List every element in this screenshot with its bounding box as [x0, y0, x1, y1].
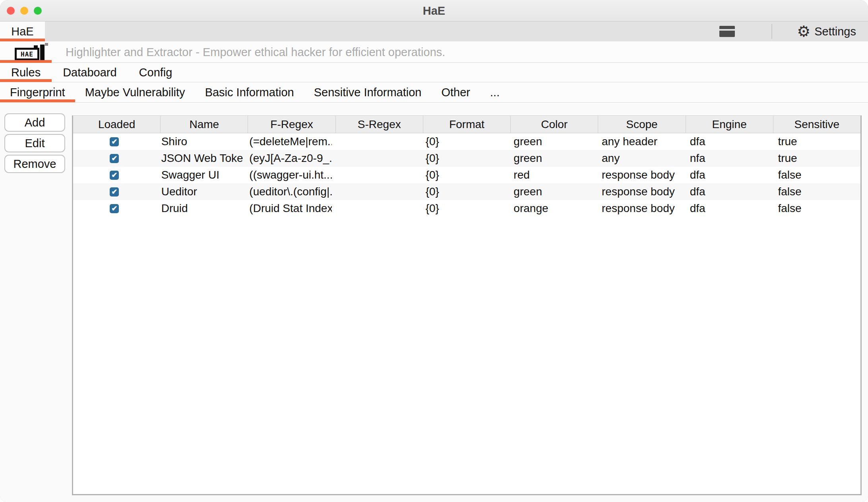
tab-databoard[interactable]: Databoard: [52, 63, 128, 82]
content-area: Add Edit Remove LoadedNameF-RegexS-Regex…: [0, 103, 868, 502]
column-header-name[interactable]: Name: [161, 116, 248, 133]
loaded-checkbox[interactable]: ✔: [110, 154, 119, 163]
cell-f_regex: (eyJ[A-Za-z0-9_...: [244, 150, 332, 167]
cell-color: green: [508, 183, 596, 200]
remove-button[interactable]: Remove: [4, 155, 65, 173]
cell-scope: any: [596, 150, 684, 167]
cell-name: Ueditor: [156, 183, 244, 200]
app-subtitle: Highlighter and Extractor - Empower ethi…: [66, 41, 445, 63]
tab-config-label: Config: [139, 66, 172, 79]
tab-hae-label: HaE: [11, 25, 33, 38]
tab-hae[interactable]: HaE: [0, 21, 45, 41]
cell-sensitive: false: [772, 200, 860, 217]
column-header-color[interactable]: Color: [511, 116, 598, 133]
cell-sensitive: false: [772, 167, 860, 183]
table-body: ✔Shiro(=deleteMe|rem...{0}greenany heade…: [73, 133, 860, 217]
toolbar-divider: [771, 24, 772, 39]
cell-s_regex: [332, 200, 420, 217]
loaded-checkbox[interactable]: ✔: [110, 204, 119, 213]
tab-maybe-vulnerability-label: Maybe Vulnerability: [85, 86, 185, 99]
cell-s_regex: [332, 167, 420, 183]
hae-logo-icon: HAE: [15, 45, 48, 60]
table-header-row: LoadedNameF-RegexS-RegexFormatColorScope…: [73, 116, 860, 133]
column-header-s-regex[interactable]: S-Regex: [336, 116, 423, 133]
table-row[interactable]: ✔Druid(Druid Stat Index){0}orangerespons…: [73, 200, 860, 217]
screenshot-stage: HaE HaE ⚙ Settings: [0, 0, 868, 502]
logo-pixel-2: [45, 43, 48, 46]
cell-loaded: ✔: [73, 150, 156, 167]
tab-basic-information[interactable]: Basic Information: [195, 82, 304, 102]
column-header-f-regex[interactable]: F-Regex: [248, 116, 335, 133]
tab-other[interactable]: Other: [431, 82, 480, 102]
cell-scope: response body: [596, 200, 684, 217]
logo-pen-bar: [40, 45, 45, 60]
loaded-checkbox[interactable]: ✔: [110, 187, 119, 197]
tab-more[interactable]: ...: [480, 82, 510, 102]
cell-f_regex: (ueditor\.(config|...: [244, 183, 332, 200]
cell-loaded: ✔: [73, 133, 156, 150]
banner-row: HAE Highlighter and Extractor - Empower …: [0, 41, 868, 63]
cell-sensitive: true: [772, 133, 860, 150]
layout-banner-icon[interactable]: [719, 26, 735, 37]
table-row[interactable]: ✔Shiro(=deleteMe|rem...{0}greenany heade…: [73, 133, 860, 150]
tab-rules[interactable]: Rules: [0, 63, 52, 82]
tab-other-label: Other: [441, 86, 470, 99]
cell-f_regex: ((swagger-ui.ht...: [244, 167, 332, 183]
column-header-sensitive[interactable]: Sensitive: [773, 116, 860, 133]
banner-icon-bottom-bar: [719, 31, 735, 37]
cell-format: {0}: [420, 167, 508, 183]
cell-color: orange: [508, 200, 596, 217]
column-header-scope[interactable]: Scope: [598, 116, 686, 133]
tab-rules-selected-indicator: [0, 79, 52, 82]
cell-format: {0}: [420, 200, 508, 217]
cell-s_regex: [332, 183, 420, 200]
table-row[interactable]: ✔Swagger UI((swagger-ui.ht...{0}redrespo…: [73, 167, 860, 183]
tab-maybe-vulnerability[interactable]: Maybe Vulnerability: [75, 82, 195, 102]
hae-window: HaE HaE ⚙ Settings: [0, 0, 868, 502]
tab-config[interactable]: Config: [128, 63, 184, 82]
edit-button[interactable]: Edit: [4, 134, 65, 152]
settings-button[interactable]: ⚙ Settings: [797, 24, 856, 39]
column-header-engine[interactable]: Engine: [686, 116, 773, 133]
tab-databoard-label: Databoard: [63, 66, 116, 79]
loaded-checkbox[interactable]: ✔: [110, 137, 119, 146]
cell-engine: nfa: [684, 150, 773, 167]
banner-selected-indicator: [0, 60, 52, 63]
window-title: HaE: [0, 0, 868, 21]
rules-table: LoadedNameF-RegexS-RegexFormatColorScope…: [72, 115, 862, 495]
cell-scope: any header: [596, 133, 684, 150]
cell-loaded: ✔: [73, 183, 156, 200]
add-button[interactable]: Add: [4, 113, 65, 132]
cell-color: red: [508, 167, 596, 183]
tab-more-label: ...: [490, 86, 500, 99]
loaded-checkbox[interactable]: ✔: [110, 171, 119, 180]
tab-sensitive-information[interactable]: Sensitive Information: [304, 82, 432, 102]
cell-f_regex: (=deleteMe|rem...: [244, 133, 332, 150]
main-tab-bar: HaE ⚙ Settings: [0, 21, 868, 41]
cell-s_regex: [332, 150, 420, 167]
tab-fingerprint-label: Fingerprint: [10, 86, 65, 99]
tab-hae-selected-indicator: [0, 39, 45, 41]
cell-f_regex: (Druid Stat Index): [244, 200, 332, 217]
cell-engine: dfa: [684, 200, 773, 217]
tab-bar-right-controls: ⚙ Settings: [719, 21, 868, 41]
cell-scope: response body: [596, 167, 684, 183]
tab-sensitive-information-label: Sensitive Information: [314, 86, 422, 99]
tab-fingerprint[interactable]: Fingerprint: [0, 82, 75, 102]
nav-tab-bar: Rules Databoard Config: [0, 63, 868, 82]
cell-engine: dfa: [684, 167, 773, 183]
cell-s_regex: [332, 133, 420, 150]
column-header-loaded[interactable]: Loaded: [73, 116, 161, 133]
cell-engine: dfa: [684, 133, 773, 150]
table-row[interactable]: ✔JSON Web Token(eyJ[A-Za-z0-9_...{0}gree…: [73, 150, 860, 167]
rule-category-tab-bar: Fingerprint Maybe Vulnerability Basic In…: [0, 82, 868, 103]
cell-name: JSON Web Token: [156, 150, 244, 167]
cell-loaded: ✔: [73, 167, 156, 183]
cell-scope: response body: [596, 183, 684, 200]
cell-engine: dfa: [684, 183, 773, 200]
cell-format: {0}: [420, 183, 508, 200]
cell-format: {0}: [420, 150, 508, 167]
column-header-format[interactable]: Format: [423, 116, 511, 133]
cell-sensitive: true: [772, 150, 860, 167]
table-row[interactable]: ✔Ueditor(ueditor\.(config|...{0}greenres…: [73, 183, 860, 200]
